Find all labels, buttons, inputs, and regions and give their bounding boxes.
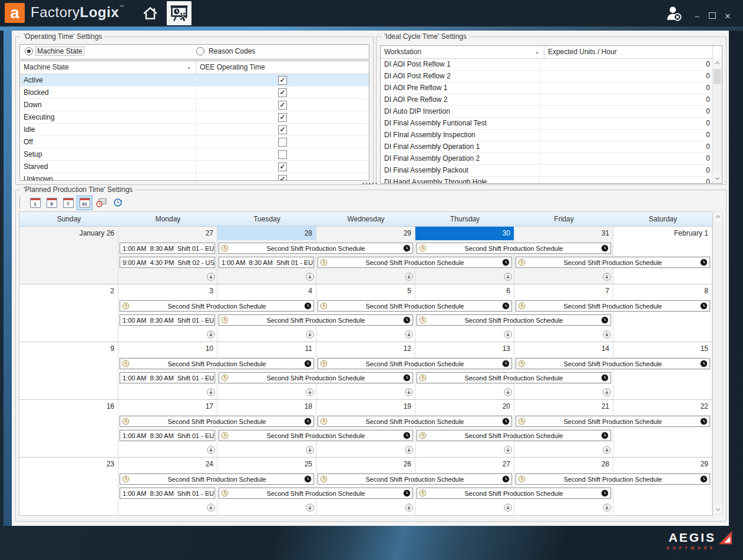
day-cell[interactable]: 21 bbox=[514, 400, 613, 457]
event-second-shift-schedule[interactable]: Second Shift Production Schedule bbox=[219, 243, 413, 254]
calendar-scrollbar[interactable] bbox=[714, 211, 723, 515]
column-header-expected-units[interactable]: Expected Units / Hour bbox=[544, 46, 712, 58]
workstation-scrollbar[interactable] bbox=[712, 58, 722, 183]
event-second-shift-schedule[interactable]: Second Shift Production Schedule bbox=[120, 358, 314, 369]
scroll-up-button[interactable] bbox=[712, 58, 722, 68]
oee-checkbox[interactable] bbox=[278, 150, 287, 159]
event-shift[interactable]: 1:00 AM 8:30 AM Shift 01 - EU bbox=[120, 314, 215, 326]
machine-state-row[interactable]: Starved✓ bbox=[20, 161, 369, 173]
event-second-shift-schedule[interactable]: Second Shift Production Schedule bbox=[417, 488, 611, 499]
column-header-oee-operating-time[interactable]: OEE Operating Time bbox=[196, 61, 369, 74]
oee-checkbox[interactable]: ✓ bbox=[278, 175, 287, 181]
more-events-button[interactable] bbox=[207, 273, 215, 281]
day-cell[interactable]: 11 bbox=[217, 342, 316, 399]
recurrence-view-button[interactable] bbox=[110, 195, 126, 210]
event-second-shift-schedule[interactable]: Second Shift Production Schedule bbox=[219, 372, 413, 383]
more-events-button[interactable] bbox=[603, 446, 611, 454]
day-view-button[interactable]: 1 bbox=[27, 195, 43, 210]
workstation-row[interactable]: DI Final Assembly Operation 10 bbox=[381, 141, 712, 153]
user-logout-button[interactable] bbox=[663, 4, 685, 24]
oee-checkbox[interactable]: ✓ bbox=[278, 163, 287, 171]
workstation-row[interactable]: DI FInal Assembly Inspection0 bbox=[381, 130, 712, 141]
week-view-button[interactable]: 7 bbox=[60, 195, 76, 210]
toolbar-grip[interactable] bbox=[19, 197, 24, 208]
more-events-button[interactable] bbox=[504, 503, 512, 512]
event-shift[interactable]: 1:00 AM 8:30 AM Shift 01 - EU bbox=[120, 243, 215, 254]
day-cell[interactable]: 28 bbox=[514, 458, 613, 515]
event-second-shift-schedule[interactable]: Second Shift Production Schedule bbox=[120, 416, 314, 427]
machine-state-row[interactable]: Down✓ bbox=[20, 99, 369, 111]
day-cell[interactable]: January 26 bbox=[19, 227, 118, 284]
event-second-shift-schedule[interactable]: Second Shift Production Schedule bbox=[318, 257, 512, 268]
day-cell[interactable]: 29 bbox=[613, 458, 712, 515]
event-second-shift-schedule[interactable]: Second Shift Production Schedule bbox=[516, 358, 710, 369]
more-events-button[interactable] bbox=[405, 503, 413, 512]
work-week-view-button[interactable]: 5 bbox=[44, 195, 60, 210]
event-second-shift-schedule[interactable]: Second Shift Production Schedule bbox=[219, 314, 413, 326]
machine-state-row[interactable]: Unknown✓ bbox=[20, 173, 369, 181]
event-second-shift-schedule[interactable]: Second Shift Production Schedule bbox=[219, 430, 413, 441]
event-second-shift-schedule[interactable]: Second Shift Production Schedule bbox=[219, 488, 413, 499]
event-second-shift-schedule[interactable]: Second Shift Production Schedule bbox=[318, 416, 512, 427]
day-cell[interactable]: 8 bbox=[613, 284, 712, 342]
day-cell[interactable]: 29 bbox=[316, 227, 415, 284]
day-cell[interactable]: 30 bbox=[415, 227, 514, 284]
event-shift[interactable]: 1:00 AM 8:30 AM Shift 01 - EU bbox=[120, 488, 215, 499]
more-events-button[interactable] bbox=[306, 446, 314, 454]
machine-state-row[interactable]: Idle✓ bbox=[20, 124, 369, 136]
more-events-button[interactable] bbox=[603, 273, 611, 281]
more-events-button[interactable] bbox=[504, 388, 512, 396]
event-second-shift-schedule[interactable]: Second Shift Production Schedule bbox=[516, 473, 710, 485]
scroll-thumb[interactable] bbox=[714, 69, 721, 84]
more-events-button[interactable] bbox=[207, 503, 215, 512]
more-events-button[interactable] bbox=[405, 446, 413, 454]
day-cell[interactable]: 28 bbox=[217, 227, 316, 284]
oee-checkbox[interactable]: ✓ bbox=[278, 88, 287, 97]
workstation-row[interactable]: DI AOI Post Reflow 20 bbox=[381, 71, 712, 82]
day-cell[interactable]: 14 bbox=[514, 342, 613, 399]
more-events-button[interactable] bbox=[603, 388, 611, 396]
event-shift[interactable]: 9:00 AM 4:30 PM Shift 02 - US bbox=[120, 257, 215, 268]
oee-checkbox[interactable]: ✓ bbox=[278, 76, 287, 85]
event-second-shift-schedule[interactable]: Second Shift Production Schedule bbox=[417, 430, 611, 441]
day-cell[interactable]: 26 bbox=[316, 458, 415, 515]
more-events-button[interactable] bbox=[306, 330, 314, 339]
event-second-shift-schedule[interactable]: Second Shift Production Schedule bbox=[318, 358, 512, 369]
event-second-shift-schedule[interactable]: Second Shift Production Schedule bbox=[417, 314, 611, 326]
more-events-button[interactable] bbox=[207, 446, 215, 454]
day-cell[interactable]: February 1 bbox=[613, 227, 712, 284]
more-events-button[interactable] bbox=[603, 503, 611, 512]
more-events-button[interactable] bbox=[207, 330, 215, 339]
more-events-button[interactable] bbox=[504, 330, 512, 339]
oee-settings-button[interactable] bbox=[167, 1, 191, 25]
radio-machine-state[interactable]: Machine State bbox=[25, 47, 84, 55]
event-shift[interactable]: 1:00 AM 8:30 AM Shift 01 - EU bbox=[120, 372, 215, 383]
machine-state-row[interactable]: Active✓ bbox=[20, 74, 369, 87]
home-button[interactable] bbox=[139, 3, 161, 24]
more-events-button[interactable] bbox=[405, 330, 413, 339]
day-cell[interactable]: 9 bbox=[19, 342, 118, 399]
radio-reason-codes[interactable]: Reason Codes bbox=[196, 47, 256, 55]
oee-checkbox[interactable]: ✓ bbox=[278, 101, 287, 110]
machine-state-row[interactable]: Setup bbox=[20, 148, 369, 161]
day-cell[interactable]: 19 bbox=[316, 400, 415, 457]
more-events-button[interactable] bbox=[504, 273, 512, 281]
workstation-row[interactable]: DI Final Assembly Funtional Test0 bbox=[381, 118, 712, 130]
machine-state-row[interactable]: Executing✓ bbox=[20, 111, 369, 124]
column-header-workstation[interactable]: Workstation▲ bbox=[381, 46, 544, 58]
more-events-button[interactable] bbox=[603, 330, 611, 339]
event-second-shift-schedule[interactable]: Second Shift Production Schedule bbox=[417, 372, 611, 383]
more-events-button[interactable] bbox=[306, 273, 314, 281]
minimize-button[interactable]: – bbox=[691, 11, 704, 22]
workstation-row[interactable]: DI Final Assembly Packout0 bbox=[381, 165, 712, 177]
more-events-button[interactable] bbox=[504, 446, 512, 454]
event-second-shift-schedule[interactable]: Second Shift Production Schedule bbox=[318, 473, 512, 485]
workstation-row[interactable]: DI Final Assembly Operation 20 bbox=[381, 153, 712, 165]
more-events-button[interactable] bbox=[405, 388, 413, 396]
workstation-row[interactable]: DI AOI Pre Reflow 20 bbox=[381, 94, 712, 106]
more-events-button[interactable] bbox=[306, 388, 314, 396]
workstation-row[interactable]: DI AOI Pre Reflow 10 bbox=[381, 82, 712, 94]
machine-state-row[interactable]: Blocked✓ bbox=[20, 87, 369, 99]
month-view-button[interactable]: 31 bbox=[77, 195, 93, 210]
machine-state-row[interactable]: Off bbox=[20, 136, 369, 148]
